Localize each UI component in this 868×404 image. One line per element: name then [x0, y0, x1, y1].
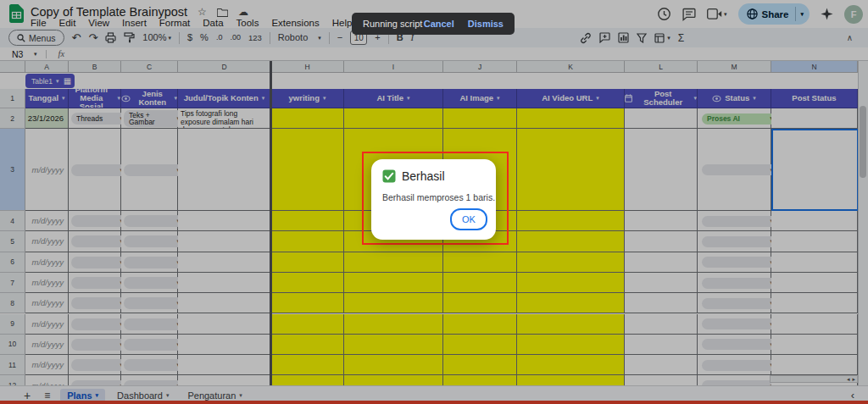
toast-message: Running script: [363, 19, 422, 29]
green-check-icon: [382, 169, 396, 183]
dialog-message: Berhasil memproses 1 baris.: [382, 192, 495, 202]
google-sheets-app: Copy of Template Brainypost ☆ ☁ FileEdit…: [0, 0, 868, 404]
dialog-title: Berhasil: [402, 169, 445, 183]
script-toast: Running script Cancel Dismiss: [352, 13, 515, 35]
ok-button[interactable]: OK: [450, 208, 487, 230]
success-dialog: Berhasil Berhasil memproses 1 baris. OK: [371, 159, 496, 240]
dismiss-button[interactable]: Dismiss: [468, 19, 504, 29]
cancel-button[interactable]: Cancel: [424, 19, 454, 29]
